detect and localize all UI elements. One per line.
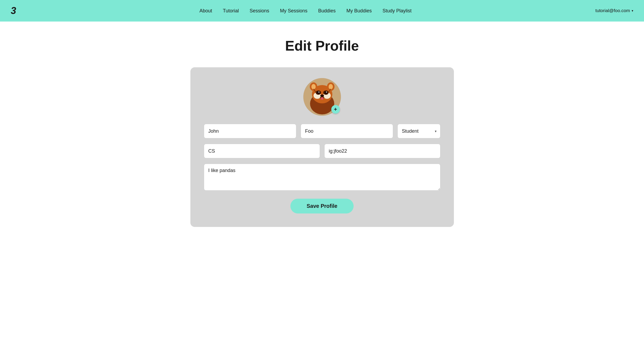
form-row-1: Student Teacher Tutor ▾ — [204, 124, 440, 138]
nav-sessions[interactable]: Sessions — [250, 8, 269, 13]
major-input[interactable] — [204, 144, 320, 158]
svg-point-4 — [311, 84, 316, 89]
profile-form-card: + Student Teacher Tutor ▾ I like pandas — [190, 67, 454, 227]
last-name-input[interactable] — [301, 124, 393, 138]
svg-point-15 — [320, 94, 324, 97]
form-row-3: I like pandas — [204, 164, 440, 191]
avatar-add-button[interactable]: + — [331, 105, 340, 114]
form-row-2 — [204, 144, 440, 158]
logo: 3 — [11, 5, 16, 16]
avatar-wrapper: + — [303, 78, 341, 116]
nav-links: About Tutorial Sessions My Sessions Budd… — [200, 8, 412, 14]
role-select[interactable]: Student Teacher Tutor — [397, 124, 440, 138]
navbar: 3 About Tutorial Sessions My Sessions Bu… — [0, 0, 644, 22]
page-title: Edit Profile — [285, 38, 359, 54]
nav-about[interactable]: About — [200, 8, 212, 13]
svg-point-14 — [326, 92, 327, 93]
nav-tutorial[interactable]: Tutorial — [223, 8, 239, 13]
bio-textarea[interactable]: I like pandas — [204, 164, 440, 191]
nav-buddies[interactable]: Buddies — [318, 8, 336, 13]
svg-point-16 — [321, 97, 323, 100]
svg-point-11 — [317, 91, 320, 94]
user-menu-caret: ▾ — [632, 9, 633, 13]
role-select-wrapper: Student Teacher Tutor ▾ — [397, 124, 440, 138]
user-email: tutorial@foo.com — [595, 8, 630, 13]
main-content: Edit Profile — [0, 22, 644, 243]
social-input[interactable] — [324, 144, 440, 158]
user-menu[interactable]: tutorial@foo.com ▾ — [595, 8, 633, 13]
nav-my-buddies[interactable]: My Buddies — [346, 8, 372, 13]
save-profile-button[interactable]: Save Profile — [290, 199, 354, 213]
nav-study-playlist[interactable]: Study Playlist — [382, 8, 411, 13]
first-name-input[interactable] — [204, 124, 296, 138]
svg-point-6 — [329, 84, 333, 89]
svg-point-13 — [318, 92, 319, 93]
nav-my-sessions[interactable]: My Sessions — [280, 8, 307, 13]
svg-point-12 — [325, 91, 327, 94]
